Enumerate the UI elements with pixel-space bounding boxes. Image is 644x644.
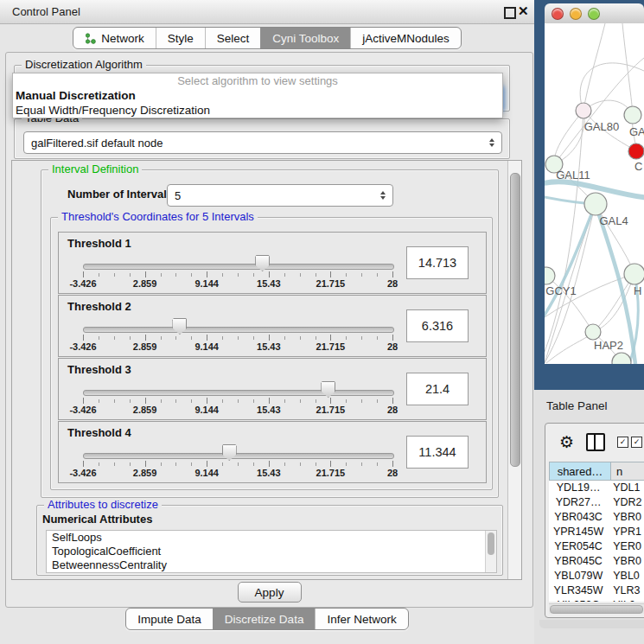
network-window-titlebar [545, 3, 644, 23]
tab-label: Style [168, 32, 194, 45]
network-node-GAL4[interactable] [584, 193, 607, 215]
column-header-shared-name[interactable]: shared… [549, 462, 611, 481]
settings-vertical-scrollbar[interactable] [507, 161, 521, 579]
slider-track[interactable] [83, 264, 394, 270]
column-checkbox-icons[interactable]: ✓ ✓ [617, 437, 642, 448]
tick-mark [83, 398, 84, 404]
cell-name: YBR0 [608, 510, 644, 525]
gear-icon[interactable]: ⚙ [559, 434, 574, 450]
tab-jactivemnodules[interactable]: jActiveMNodules [350, 28, 461, 48]
tab-label: Network [101, 32, 144, 45]
tick-mark [300, 336, 301, 340]
cell-shared-name: YIL052C [549, 598, 608, 602]
tab-style[interactable]: Style [156, 28, 205, 48]
tick-mark [346, 336, 347, 340]
algorithm-option[interactable]: Manual Discretization [13, 88, 502, 103]
network-node-H[interactable] [624, 264, 644, 284]
tick-mark [392, 335, 393, 341]
tick-mark [300, 462, 301, 466]
table-horizontal-scrollbar[interactable] [549, 603, 644, 614]
column-header-name[interactable]: n [611, 462, 644, 481]
tick-mark [175, 273, 176, 277]
table-row[interactable]: YDL19…YDL1 [549, 481, 644, 495]
table-row[interactable]: YDR27…YDR2 [549, 495, 644, 510]
stepper-arrows-icon [486, 138, 498, 147]
tick-mark [361, 399, 362, 403]
tick-mark [238, 399, 239, 403]
table-row[interactable]: YPR145WYPR1 [549, 525, 644, 539]
tick-label: 15.43 [243, 405, 295, 415]
split-view-icon[interactable] [586, 433, 605, 451]
tick-label: 21.715 [304, 468, 356, 478]
tick-label: 28 [367, 341, 418, 352]
network-node-label: C [634, 160, 642, 173]
tick-mark [269, 335, 270, 341]
tab-discretize-data[interactable]: Discretize Data [213, 609, 316, 629]
cell-shared-name: YLR345W [549, 583, 608, 598]
close-icon[interactable]: ✕ [518, 3, 529, 19]
network-canvas[interactable]: GAL80GACGAL11GAL4GCY1HHAP2 [545, 23, 644, 364]
table-row[interactable]: YLR345WYLR3 [549, 583, 644, 598]
algorithm-option[interactable]: Equal Width/Frequency Discretization [13, 103, 502, 118]
tick-label: 2.859 [119, 341, 171, 352]
checkbox-icon[interactable]: ✓ [617, 437, 628, 448]
cell-name: YDR2 [608, 495, 644, 510]
network-node-HAP2[interactable] [585, 324, 601, 340]
tab-select[interactable]: Select [205, 28, 261, 48]
table-data-select-value: galFiltered.sif default node [24, 137, 486, 150]
slider-track[interactable] [83, 453, 394, 459]
tick-label: -3.426 [57, 341, 109, 352]
network-node-C[interactable] [628, 143, 644, 159]
network-node-GAL80[interactable] [576, 103, 591, 118]
minimize-traffic-light-icon[interactable] [570, 8, 582, 20]
threshold-value-field[interactable]: 14.713 [406, 246, 469, 279]
tab-cyni-toolbox[interactable]: Cyni Toolbox [260, 28, 350, 48]
tab-network[interactable]: Network [73, 28, 156, 48]
attribute-list-item[interactable]: SelfLoops [47, 531, 496, 545]
tick-mark [330, 398, 331, 404]
scrollbar-thumb[interactable] [510, 173, 520, 467]
attributes-group: Attributes to discretize Numerical Attri… [36, 505, 503, 576]
tab-impute-data[interactable]: Impute Data [126, 609, 213, 629]
table-row[interactable]: YIL052CYIL0 [549, 598, 644, 602]
scrollbar-thumb[interactable] [488, 532, 494, 555]
table-panel-region: Table Panel ⚙ ✓ ✓ shared… n YDL19…YDL1YD… [534, 390, 644, 644]
network-node-GA[interactable] [624, 106, 641, 124]
tick-mark [392, 461, 393, 467]
interval-definition-group: Interval Definition Number of Intervals … [41, 169, 499, 498]
tick-mark [207, 271, 207, 277]
tab-label: Select [217, 32, 250, 45]
apply-button[interactable]: Apply [238, 582, 302, 603]
threshold-value-field[interactable]: 21.4 [406, 373, 469, 405]
checkbox-icon[interactable]: ✓ [631, 437, 642, 448]
table-row[interactable]: YBR045CYBR0 [549, 554, 644, 569]
zoom-traffic-light-icon[interactable] [588, 8, 600, 20]
network-graph[interactable]: GAL80GACGAL11GAL4GCY1HHAP2 [545, 23, 644, 364]
attribute-list-item[interactable]: TopologicalCoefficient [47, 545, 496, 558]
close-traffic-light-icon[interactable] [552, 8, 564, 20]
tick-mark [130, 399, 131, 403]
numerical-attributes-list[interactable]: SelfLoopsTopologicalCoefficientBetweenne… [46, 530, 497, 573]
scrollbar-thumb[interactable] [550, 605, 643, 614]
tick-mark [316, 462, 316, 466]
cell-shared-name: YBR043C [549, 510, 608, 525]
numerical-attributes-label: Numerical Attributes [42, 513, 152, 526]
tick-mark [316, 273, 316, 277]
threshold-value-field[interactable]: 11.344 [406, 436, 469, 469]
float-window-button[interactable] [504, 7, 516, 19]
tick-mark [300, 399, 301, 403]
slider-track[interactable] [83, 327, 394, 333]
tick-mark [99, 273, 99, 277]
number-of-intervals-label: Number of Intervals [67, 188, 173, 201]
tab-infer-network[interactable]: Infer Network [315, 609, 407, 629]
slider-track[interactable] [83, 390, 394, 396]
attribute-list-item[interactable]: BetweennessCentrality [47, 558, 496, 572]
attributes-list-scrollbar[interactable] [485, 531, 496, 572]
table-row[interactable]: YBR043CYBR0 [549, 510, 644, 525]
table-data-select[interactable]: galFiltered.sif default node [23, 131, 502, 154]
threshold-value-field[interactable]: 6.316 [406, 309, 469, 342]
table-row[interactable]: YBL079WYBL0 [549, 569, 644, 583]
tick-mark [284, 336, 285, 340]
number-of-intervals-select[interactable]: 5 [167, 184, 393, 207]
table-row[interactable]: YER054CYER0 [549, 539, 644, 554]
